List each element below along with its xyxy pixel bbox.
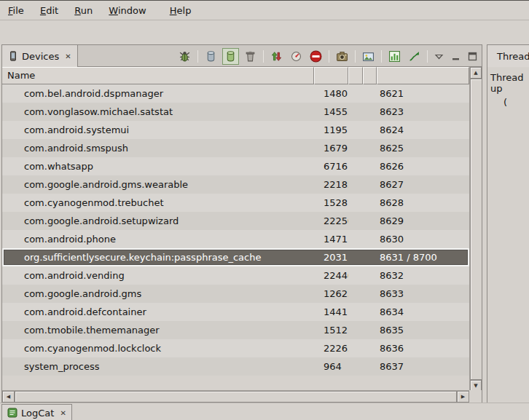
empty-cell	[363, 303, 377, 321]
horizontal-scrollbar-thumb[interactable]	[15, 391, 457, 403]
ddms-window: File Edit Run Window Help Devices ✕	[0, 0, 529, 420]
empty-cell	[363, 121, 377, 139]
minimize-icon	[450, 51, 461, 62]
table-row[interactable]: com.android.vending 22440 8632	[2, 266, 469, 285]
table-row[interactable]: com.tmobile.thememanager 1512 8635	[2, 321, 469, 339]
vertical-scrollbar-thumb[interactable]	[470, 79, 482, 380]
process-name: com.android.systemui	[2, 121, 314, 139]
empty-cell	[363, 357, 377, 376]
process-pid: 964	[314, 357, 348, 376]
menu-file[interactable]: File	[1, 1, 31, 20]
process-port: 8625	[377, 139, 469, 157]
update-threads-button[interactable]	[268, 48, 285, 65]
capture-image-button[interactable]	[360, 48, 377, 65]
stop-process-button[interactable]	[307, 48, 324, 65]
dump-hprof-button[interactable]	[203, 48, 219, 65]
scroll-left-button[interactable]: ◀	[2, 391, 15, 403]
trash-icon	[244, 50, 256, 63]
process-pid: 12623	[314, 285, 348, 303]
process-pid: 22265	[314, 339, 348, 357]
green-trace-icon	[408, 50, 420, 63]
scroll-up-button[interactable]: ▲	[470, 67, 482, 79]
menu-edit[interactable]: Edit	[34, 1, 65, 20]
cause-gc-button[interactable]	[242, 48, 259, 65]
tab-logcat[interactable]: LogCat ✕	[1, 404, 72, 420]
scroll-right-button[interactable]: ▶	[457, 391, 469, 403]
menu-run[interactable]: Run	[68, 1, 99, 20]
view-menu-button[interactable]	[432, 49, 446, 63]
table-row[interactable]: com.android.phone 1471 8630	[2, 230, 469, 248]
table-row[interactable]: system_process 964 8637	[2, 357, 469, 376]
process-name: com.google.android.gms.wearable	[2, 175, 314, 194]
tab-threads[interactable]: Threads	[487, 45, 529, 67]
empty-cell	[348, 212, 363, 230]
debug-process-button[interactable]	[176, 48, 193, 65]
table-row[interactable]: com.google.android.gms 12623 8633	[2, 285, 469, 303]
empty-cell	[363, 139, 377, 157]
table-header: Name	[2, 67, 469, 84]
menu-window[interactable]: Window	[102, 1, 152, 20]
table-row[interactable]: com.whatsapp 6716 8626	[2, 157, 469, 175]
empty-cell	[348, 84, 363, 103]
toolbar-separator	[329, 50, 329, 63]
table-row[interactable]: com.bel.android.dspmanager 1480 8621	[2, 84, 469, 103]
logcat-icon	[7, 408, 17, 418]
process-pid: 14411	[314, 303, 348, 321]
empty-cell	[348, 321, 363, 339]
toolbar-separator	[355, 50, 356, 63]
vertical-scrollbar[interactable]: ▲ ▼	[469, 67, 482, 392]
close-icon[interactable]: ✕	[60, 409, 66, 417]
process-name: com.vonglasow.michael.satstat	[2, 103, 314, 121]
maximize-button[interactable]	[466, 49, 479, 63]
empty-cell	[363, 157, 377, 175]
table-row[interactable]: com.cyanogenmod.lockclock 22265 8636	[2, 339, 469, 357]
process-pid: 1679	[314, 139, 348, 157]
threads-message-line2: (	[490, 97, 526, 108]
camera-icon	[336, 50, 348, 63]
process-pid: 1528	[314, 194, 348, 212]
toolbar-separator	[427, 50, 428, 63]
minimize-button[interactable]	[449, 49, 463, 63]
threads-tabbar: Threads	[487, 45, 529, 67]
threads-message-line1: Thread up	[490, 72, 526, 94]
table-row[interactable]: org.sufficientlysecure.keychain:passphra…	[2, 248, 469, 266]
start-systrace-button[interactable]	[386, 48, 403, 65]
tab-logcat-label: LogCat	[21, 408, 54, 419]
empty-cell	[363, 103, 377, 121]
process-port: 8631 / 8700	[377, 248, 469, 266]
process-port: 8634	[377, 303, 469, 321]
bottom-tabbar: LogCat ✕	[0, 403, 529, 420]
close-icon[interactable]: ✕	[65, 52, 71, 60]
tab-devices[interactable]: Devices ✕	[2, 45, 78, 67]
process-pid: 20311	[314, 248, 348, 266]
table-row[interactable]: com.android.smspush 1679 8625	[2, 139, 469, 157]
process-name: com.google.android.gms	[2, 285, 314, 303]
column-header-3[interactable]	[363, 67, 377, 84]
menu-help[interactable]: Help	[163, 1, 198, 20]
empty-cell	[348, 248, 363, 266]
empty-cell	[363, 339, 377, 357]
green-chart-icon	[388, 50, 401, 63]
column-header-name[interactable]: Name	[2, 67, 314, 84]
table-row[interactable]: com.vonglasow.michael.satstat 14553 8623	[2, 103, 469, 121]
process-port: 8629	[377, 212, 469, 230]
table-row[interactable]: com.cyanogenmod.trebuchet 1528 8628	[2, 194, 469, 212]
table-row[interactable]: com.google.android.setupwizard 22250 862…	[2, 212, 469, 230]
column-header-port[interactable]	[377, 67, 469, 84]
process-name: com.android.defcontainer	[2, 303, 314, 321]
devices-toolbar	[176, 45, 479, 67]
update-heap-button[interactable]	[222, 48, 239, 65]
column-header-2[interactable]	[348, 67, 363, 84]
start-method-profiling-button[interactable]	[288, 48, 305, 65]
horizontal-scrollbar[interactable]: ◀ ▶	[2, 390, 469, 403]
column-header-pid[interactable]	[314, 67, 348, 84]
process-port: 8637	[377, 357, 469, 376]
process-pid: 1480	[314, 84, 348, 103]
empty-cell	[348, 230, 363, 248]
start-tracing-button[interactable]	[406, 48, 423, 65]
table-row[interactable]: com.google.android.gms.wearable 22185 86…	[2, 175, 469, 194]
screen-capture-button[interactable]	[334, 48, 350, 65]
table-row[interactable]: com.android.defcontainer 14411 8634	[2, 303, 469, 321]
table-row[interactable]: com.android.systemui 1195 8624	[2, 121, 469, 139]
empty-cell	[348, 357, 363, 376]
